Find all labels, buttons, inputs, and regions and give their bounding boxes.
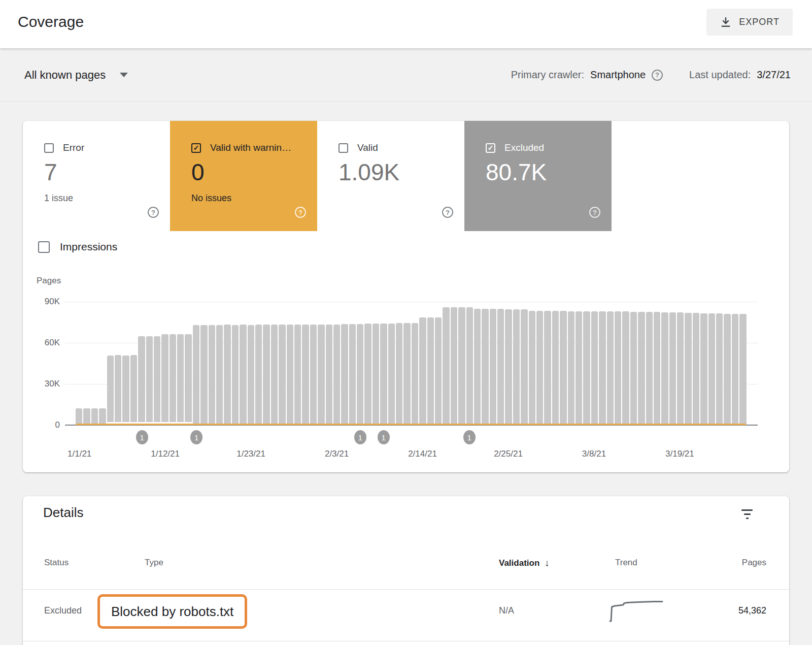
checkbox-unchecked-icon[interactable] [339,143,348,153]
last-updated-value: 3/27/21 [757,69,791,81]
chart-bar [341,324,348,425]
x-axis-tick-label: 1/1/21 [57,449,103,459]
details-panel: Details Status Type Validation ↓ Trend P… [23,496,789,645]
x-axis-tick-label: 2/25/21 [486,449,531,459]
chart-bar [739,314,746,425]
chart-bar [474,309,481,425]
details-title: Details [43,505,83,521]
chart-bar [388,324,395,425]
divider [23,589,789,590]
chart-panel: Error 7 1 issue ? Valid with warnin… 0 N… [23,121,789,472]
chart-bar [255,325,262,425]
chart-bar [76,408,82,425]
help-icon[interactable]: ? [442,207,453,218]
help-icon[interactable]: ? [295,207,306,218]
chart-bar [279,325,285,425]
column-header-pages[interactable]: Pages [742,558,766,568]
chart-bar [638,312,645,425]
filter-funnel-icon[interactable] [741,509,753,519]
x-axis-tick-label: 1/12/21 [143,449,188,459]
chart-bar [630,312,637,425]
chart-bar [669,312,676,425]
chart-bar [732,314,738,425]
chart-bar [380,324,387,425]
chart-bar [552,311,559,425]
row-type-cell[interactable]: Blocked by robots.txt [111,604,233,620]
chart-bar [700,313,707,425]
chart-bar [505,309,512,425]
help-icon[interactable]: ? [652,70,663,81]
status-card-valid-with-warnings[interactable]: Valid with warnin… 0 No issues ? [170,121,317,231]
sort-descending-icon: ↓ [545,558,550,569]
chart-bar [497,309,504,425]
column-header-validation[interactable]: Validation ↓ [499,558,550,569]
y-axis-label: Pages [37,276,61,286]
chart-annotation-badge[interactable]: 1 [378,430,390,444]
chart-bar [396,323,402,425]
y-axis-tick-label: 90K [32,297,60,307]
chart-bar [177,334,184,425]
y-axis-tick-label: 60K [32,338,60,348]
checkbox-checked-icon[interactable] [191,143,201,153]
chart-bar [458,307,465,425]
chart-bar [412,323,418,425]
chart-bar [451,307,457,425]
chart-bar [146,336,153,425]
trend-sparkline [607,598,673,625]
chart-bar [287,325,293,425]
help-icon[interactable]: ? [589,207,600,218]
row-validation-cell: N/A [499,605,514,616]
chart-bar [427,317,434,425]
primary-crawler-value: Smartphone [590,69,646,81]
help-icon[interactable]: ? [148,207,159,218]
chart-annotation-badge[interactable]: 1 [190,430,202,444]
chart-bar [521,309,527,425]
status-card-valid[interactable]: Valid 1.09K ? [317,121,464,231]
chart-bar [568,311,574,425]
chart-bar [248,325,254,425]
chart-bar [560,311,566,425]
chart-bar [193,325,199,425]
column-header-type[interactable]: Type [145,558,163,568]
chart-bar [99,408,106,425]
chart-bar [435,317,442,425]
chart-bar [122,356,129,425]
row-pages-cell: 54,362 [738,605,766,616]
chart-bar [529,311,535,425]
status-card-sub: No issues [191,193,231,204]
chart-bar [216,325,223,425]
chart-bar [646,312,653,425]
chart-bar [209,325,215,425]
chart-bar [107,356,114,425]
status-card-error[interactable]: Error 7 1 issue ? [23,121,170,231]
chart-annotation-badge[interactable]: 1 [136,430,148,444]
checkbox-checked-icon[interactable] [486,143,495,153]
chart-bar [161,334,168,425]
chart-bar [224,325,230,425]
status-card-excluded[interactable]: Excluded 80.7K ? [464,121,612,231]
x-axis-tick-label: 2/14/21 [400,449,446,459]
chart-bar [443,307,449,425]
checkbox-unchecked-icon[interactable] [44,143,54,153]
chart-bar [200,325,207,425]
column-header-status[interactable]: Status [44,558,69,568]
chart-bar [333,325,340,425]
chart-bar [693,313,699,425]
impressions-toggle[interactable]: Impressions [38,241,117,253]
export-button[interactable]: EXPORT [706,9,793,36]
caret-down-icon [120,73,128,77]
chart-bar [622,311,629,425]
chart-bar [466,307,473,425]
chart-bar [661,312,668,425]
page-scope-value: All known pages [24,69,106,82]
page-scope-dropdown[interactable]: All known pages [24,48,128,102]
column-header-trend[interactable]: Trend [615,558,637,568]
status-card-value: 1.09K [339,160,399,184]
status-card-label: Error [63,142,84,153]
chart-annotation-badge[interactable]: 1 [354,430,366,444]
status-cards: Error 7 1 issue ? Valid with warnin… 0 N… [23,121,612,231]
chart-bar [240,325,246,425]
chart-annotation-badge[interactable]: 1 [463,430,476,444]
checkbox-unchecked-icon[interactable] [38,241,50,253]
chart-bar [357,324,363,425]
